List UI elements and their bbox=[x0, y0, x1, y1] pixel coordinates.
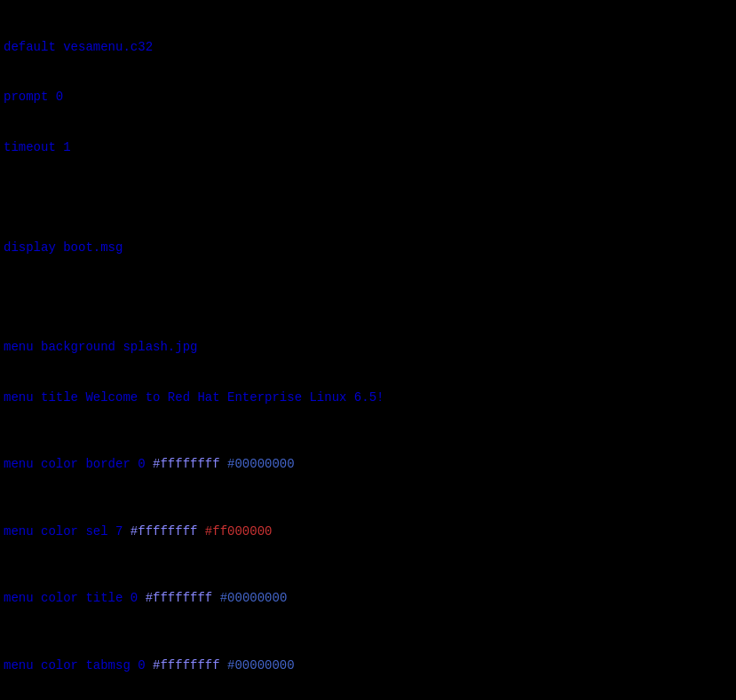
line-color-tabmsg: menu color tabmsg 0 #ffffffff #00000000 bbox=[4, 657, 732, 674]
color-val-dark2: #00000000 bbox=[220, 591, 288, 605]
line-timeout: timeout 1 bbox=[4, 139, 732, 156]
color-val-red: #ff000000 bbox=[205, 524, 273, 539]
line-prompt: prompt 0 bbox=[4, 89, 732, 106]
line-default: default vesamenu.c32 bbox=[4, 39, 732, 56]
color-val-dark3: #00000000 bbox=[227, 658, 295, 672]
line-menu-bg: menu background splash.jpg bbox=[4, 339, 732, 356]
line-color-border: menu color border 0 #ffffffff #00000000 bbox=[4, 456, 732, 473]
line-empty-2 bbox=[4, 289, 732, 305]
color-val-white: #ffffffff bbox=[153, 457, 220, 471]
terminal-window: default vesamenu.c32 prompt 0 timeout 1 … bbox=[0, 0, 736, 700]
color-val-white4: #ffffffff bbox=[153, 658, 220, 672]
color-val-white2: #ffffffff bbox=[131, 524, 198, 539]
line-color-title: menu color title 0 #ffffffff #00000000 bbox=[4, 590, 732, 607]
line-empty-1 bbox=[4, 190, 732, 206]
line-menu-title: menu title Welcome to Red Hat Enterprise… bbox=[4, 389, 732, 406]
color-val-white3: #ffffffff bbox=[146, 591, 213, 605]
color-val-dark: #00000000 bbox=[227, 457, 295, 471]
line-color-sel: menu color sel 7 #ffffffff #ff000000 bbox=[4, 523, 732, 540]
line-display: display boot.msg bbox=[4, 240, 732, 256]
